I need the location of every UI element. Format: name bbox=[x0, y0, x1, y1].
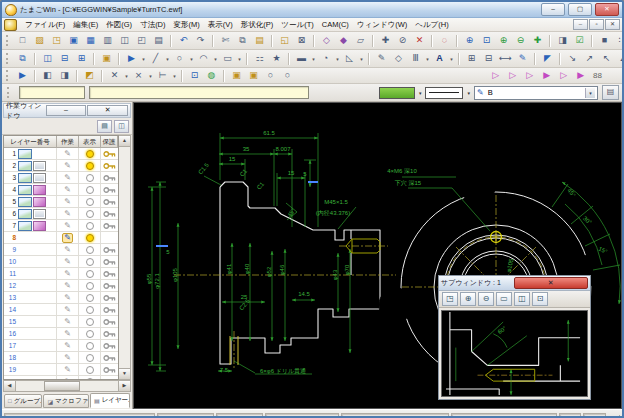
draw-circle-button[interactable]: ○ bbox=[171, 51, 188, 66]
layer-row-17[interactable]: 17✎ bbox=[4, 340, 118, 352]
key-icon[interactable] bbox=[103, 342, 116, 350]
layer-number-cell[interactable]: 16 bbox=[4, 328, 57, 339]
delete-button[interactable]: ✕ bbox=[411, 33, 428, 48]
bulb-icon[interactable] bbox=[86, 294, 94, 302]
bulb-icon[interactable] bbox=[86, 270, 94, 278]
layer-number-cell[interactable]: 7 bbox=[4, 220, 57, 231]
layer-prev-button[interactable]: ◧ bbox=[39, 68, 56, 83]
file-info-button[interactable]: ▥ bbox=[99, 33, 116, 48]
key-icon[interactable] bbox=[103, 186, 116, 194]
toolbar-grip[interactable] bbox=[6, 35, 12, 46]
protect-cell[interactable] bbox=[101, 172, 118, 183]
layer-row-5[interactable]: 5✎ bbox=[4, 196, 118, 208]
ungroup-button[interactable]: ▱ bbox=[352, 33, 369, 48]
protect-cell[interactable] bbox=[101, 304, 118, 315]
macro-step-button[interactable]: ▷ bbox=[521, 68, 538, 83]
protect-cell[interactable] bbox=[101, 376, 118, 379]
undo-button[interactable]: ↶ bbox=[175, 33, 192, 48]
cam-setting-b-button[interactable]: ▣ bbox=[245, 68, 262, 83]
subwin-zoom-in-button[interactable]: ⊕ bbox=[460, 292, 476, 306]
layer-row-16[interactable]: 16✎ bbox=[4, 328, 118, 340]
pencil-icon[interactable]: ✎ bbox=[64, 258, 71, 266]
pencil-icon[interactable]: ✎ bbox=[64, 282, 71, 290]
key-icon[interactable] bbox=[103, 210, 116, 218]
save-button[interactable]: ▣ bbox=[65, 33, 82, 48]
subwindow-close-button[interactable]: ✕ bbox=[514, 277, 589, 289]
pencil-icon[interactable]: ✎ bbox=[64, 210, 71, 218]
dropdown-arrow[interactable]: ▾ bbox=[140, 56, 147, 62]
linetype-selector[interactable] bbox=[425, 87, 463, 99]
show-cell[interactable] bbox=[79, 316, 101, 327]
pencil-icon[interactable]: ✎ bbox=[64, 162, 71, 170]
pencil-icon[interactable]: ✎ bbox=[64, 330, 71, 338]
show-cell[interactable] bbox=[79, 304, 101, 315]
layer-number-cell[interactable]: 2 bbox=[4, 160, 57, 171]
dim-linear-button[interactable]: Ⅲ bbox=[407, 51, 424, 66]
pencil-icon[interactable]: ✎ bbox=[64, 294, 71, 302]
work-cell[interactable]: ✎ bbox=[57, 232, 79, 243]
show-cell[interactable] bbox=[79, 172, 101, 183]
layer-next-button[interactable]: ◨ bbox=[56, 68, 73, 83]
pencil-icon[interactable]: ✎ bbox=[64, 270, 71, 278]
work-cell[interactable]: ✎ bbox=[57, 376, 79, 379]
cascade-windows-button[interactable]: ⧉ bbox=[14, 51, 31, 66]
layer-number-cell[interactable]: 4 bbox=[4, 184, 57, 195]
protect-cell[interactable] bbox=[101, 160, 118, 171]
page-setup-button[interactable]: ▤ bbox=[150, 33, 167, 48]
key-icon[interactable] bbox=[103, 246, 116, 254]
subwindow-canvas[interactable]: 60° bbox=[441, 310, 588, 397]
key-icon[interactable] bbox=[103, 294, 116, 302]
group-button[interactable]: ◆ bbox=[335, 33, 352, 48]
menu-item-5[interactable]: 変形(M) bbox=[170, 20, 204, 30]
pencil-icon[interactable]: ✎ bbox=[64, 342, 71, 350]
restore-button[interactable]: ◌ bbox=[436, 33, 453, 48]
pen-dropdown-arrow[interactable]: ▾ bbox=[585, 88, 595, 98]
bulb-icon[interactable] bbox=[86, 306, 94, 314]
bulb-icon[interactable] bbox=[86, 246, 94, 254]
bulb-icon[interactable] bbox=[86, 210, 94, 218]
layer-row-20[interactable]: 20✎ bbox=[4, 376, 118, 379]
subwindow-title-bar[interactable]: サブウィンドウ : 1 ✕ bbox=[439, 276, 590, 291]
settings-button[interactable]: ☑ bbox=[571, 33, 588, 48]
redo-button[interactable]: ↷ bbox=[192, 33, 209, 48]
open-file-button[interactable]: ▨ bbox=[31, 33, 48, 48]
dim-edit-button[interactable]: ✎ bbox=[373, 51, 390, 66]
property-button[interactable]: ▶ bbox=[14, 68, 31, 83]
key-icon[interactable] bbox=[103, 162, 116, 170]
snap-intersection-button[interactable]: ↖ bbox=[598, 51, 615, 66]
work-cell[interactable]: ✎ bbox=[57, 220, 79, 231]
protect-cell[interactable] bbox=[101, 184, 118, 195]
macro-pause-button[interactable]: ▷ bbox=[555, 68, 572, 83]
key-icon[interactable] bbox=[103, 330, 116, 338]
menu-item-9[interactable]: CAM(C) bbox=[318, 20, 353, 30]
erase-button[interactable]: ⊘ bbox=[394, 33, 411, 48]
work-cell[interactable]: ✎ bbox=[57, 196, 79, 207]
tile-vertical-button[interactable]: ◫ bbox=[39, 51, 56, 66]
mdi-close-button[interactable]: ✕ bbox=[605, 19, 620, 30]
panel-tab-1[interactable]: □グループ... bbox=[4, 394, 42, 408]
show-cell[interactable] bbox=[79, 376, 101, 379]
dropdown-arrow[interactable]: ▾ bbox=[310, 56, 317, 62]
protect-cell[interactable] bbox=[101, 316, 118, 327]
layer-row-15[interactable]: 15✎ bbox=[4, 316, 118, 328]
pencil-icon[interactable]: ✎ bbox=[64, 174, 71, 182]
chamfer-button[interactable]: ◺ bbox=[341, 51, 358, 66]
menu-item-4[interactable]: 寸法(D) bbox=[136, 20, 169, 30]
color-swatch[interactable] bbox=[379, 87, 415, 99]
bulb-icon[interactable] bbox=[86, 162, 94, 170]
show-cell[interactable] bbox=[79, 340, 101, 351]
snap-end-button[interactable]: ↘ bbox=[564, 51, 581, 66]
show-cell[interactable] bbox=[79, 232, 101, 243]
work-cell[interactable]: ✎ bbox=[57, 172, 79, 183]
dropdown-arrow[interactable]: ▾ bbox=[334, 56, 341, 62]
layer-number-cell[interactable]: 9 bbox=[4, 244, 57, 255]
color-dropdown-arrow[interactable]: ▾ bbox=[419, 90, 422, 96]
work-cell[interactable]: ✎ bbox=[57, 184, 79, 195]
select-tool-button[interactable]: ▶ bbox=[123, 51, 140, 66]
layer-row-18[interactable]: 18✎ bbox=[4, 352, 118, 364]
layer-row-9[interactable]: 9✎ bbox=[4, 244, 118, 256]
zoom-in-button[interactable]: ⊕ bbox=[495, 33, 512, 48]
layer-row-8[interactable]: 8✎ bbox=[4, 232, 118, 244]
show-cell[interactable] bbox=[79, 328, 101, 339]
subwin-pan-button[interactable]: ◫ bbox=[514, 292, 530, 306]
